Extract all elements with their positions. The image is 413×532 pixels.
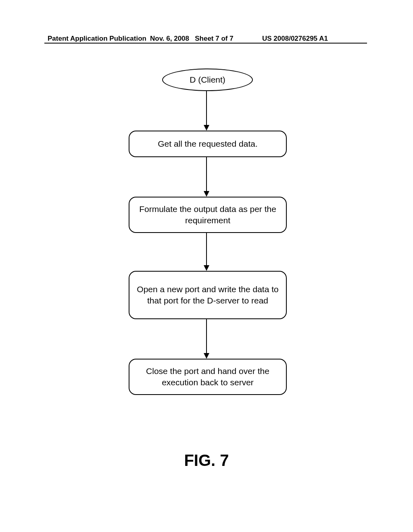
flowchart-step-3: Open a new port and write the data to th… bbox=[129, 271, 287, 319]
header-mid: Nov. 6, 2008 Sheet 7 of 7 bbox=[150, 35, 234, 43]
header-date: Nov. 6, 2008 bbox=[150, 35, 189, 42]
figure-label: FIG. 7 bbox=[0, 451, 413, 470]
flowchart-step-1: Get all the requested data. bbox=[129, 131, 287, 157]
flowchart-step-3-text: Open a new port and write the data to th… bbox=[137, 284, 279, 307]
header-sheet: Sheet 7 of 7 bbox=[195, 35, 233, 42]
flowchart-step-1-text: Get all the requested data. bbox=[158, 138, 258, 150]
flowchart-step-2-text: Formulate the output data as per the req… bbox=[137, 204, 279, 227]
flowchart-step-4: Close the port and hand over the executi… bbox=[129, 359, 287, 395]
header-rule bbox=[44, 43, 367, 44]
flowchart-start-label: D (Client) bbox=[190, 75, 225, 85]
header-left: Patent Application Publication bbox=[48, 35, 146, 43]
flowchart-start: D (Client) bbox=[162, 69, 253, 91]
flowchart-step-4-text: Close the port and hand over the executi… bbox=[137, 366, 279, 389]
flowchart-step-2: Formulate the output data as per the req… bbox=[129, 197, 287, 233]
header-right: US 2008/0276295 A1 bbox=[262, 35, 328, 43]
